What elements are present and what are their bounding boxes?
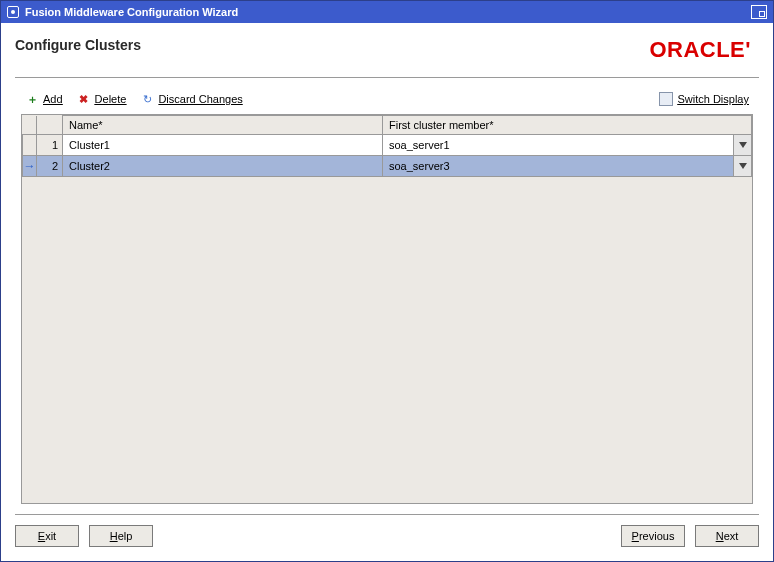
- previous-button[interactable]: Previous: [621, 525, 685, 547]
- page-title: Configure Clusters: [15, 37, 141, 53]
- footer: Exit Help Previous Next: [15, 514, 759, 561]
- row-number: 1: [37, 135, 63, 156]
- row-pointer-cell: [23, 135, 37, 156]
- oracle-logo: ORACLE': [649, 37, 751, 63]
- discard-label: Discard Changes: [158, 93, 242, 105]
- next-button[interactable]: Next: [695, 525, 759, 547]
- name-cell[interactable]: [63, 135, 383, 156]
- window-title: Fusion Middleware Configuration Wizard: [25, 6, 238, 18]
- column-header-name[interactable]: Name*: [63, 116, 383, 135]
- row-pointer-icon: →: [24, 159, 36, 173]
- add-label: Add: [43, 93, 63, 105]
- cluster-member-input[interactable]: [383, 135, 733, 155]
- discard-icon: ↻: [140, 92, 154, 106]
- window-system-icon: [7, 6, 19, 18]
- add-icon: ＋: [25, 92, 39, 106]
- delete-label: Delete: [95, 93, 127, 105]
- chevron-down-icon: [739, 163, 747, 169]
- switch-display-label: Switch Display: [677, 93, 749, 105]
- exit-button[interactable]: Exit: [15, 525, 79, 547]
- table-row[interactable]: 1: [23, 135, 752, 156]
- table-row[interactable]: →2: [23, 156, 752, 177]
- dropdown-button[interactable]: [733, 156, 751, 176]
- clusters-grid: Name* First cluster member* 1→2: [21, 114, 753, 504]
- switch-display-icon: [659, 92, 673, 106]
- chevron-down-icon: [739, 142, 747, 148]
- row-number: 2: [37, 156, 63, 177]
- cluster-name-input[interactable]: [63, 135, 382, 155]
- name-cell[interactable]: [63, 156, 383, 177]
- toolbar: ＋ Add ✖ Delete ↻ Discard Changes Switch …: [15, 90, 759, 114]
- content-area: ＋ Add ✖ Delete ↻ Discard Changes Switch …: [1, 78, 773, 514]
- row-pointer-cell: →: [23, 156, 37, 177]
- grid-header-row: Name* First cluster member*: [23, 116, 752, 135]
- member-cell[interactable]: [383, 135, 752, 156]
- dropdown-button[interactable]: [733, 135, 751, 155]
- switch-display-button[interactable]: Switch Display: [659, 92, 749, 106]
- delete-button[interactable]: ✖ Delete: [77, 92, 127, 106]
- delete-icon: ✖: [77, 92, 91, 106]
- member-cell[interactable]: [383, 156, 752, 177]
- cluster-name-input[interactable]: [63, 156, 382, 176]
- cluster-member-input[interactable]: [383, 156, 733, 176]
- add-button[interactable]: ＋ Add: [25, 92, 63, 106]
- discard-button[interactable]: ↻ Discard Changes: [140, 92, 242, 106]
- help-button[interactable]: Help: [89, 525, 153, 547]
- column-header-member[interactable]: First cluster member*: [383, 116, 752, 135]
- window-maximize-icon[interactable]: [751, 5, 767, 19]
- page-header: Configure Clusters ORACLE': [1, 23, 773, 69]
- titlebar[interactable]: Fusion Middleware Configuration Wizard: [1, 1, 773, 23]
- wizard-window: Fusion Middleware Configuration Wizard C…: [0, 0, 774, 562]
